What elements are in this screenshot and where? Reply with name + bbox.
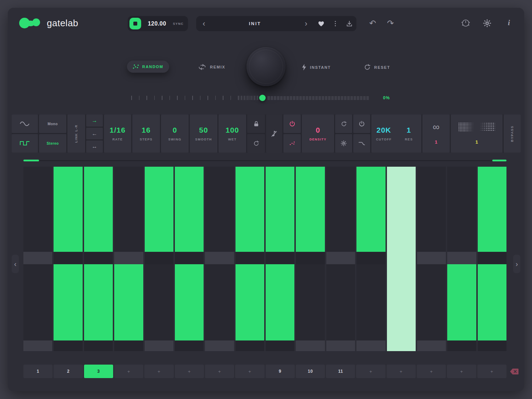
main-gate-knob[interactable] xyxy=(246,47,286,86)
lane1-step-bar[interactable] xyxy=(23,167,52,252)
loop-range-indicator[interactable] xyxy=(23,160,506,161)
pattern-add-slot-7[interactable]: + xyxy=(205,365,234,378)
pattern-slot-9[interactable]: 9 xyxy=(266,365,295,378)
lane1-step-bar[interactable] xyxy=(417,167,446,252)
lane1-step-bar[interactable] xyxy=(356,167,385,252)
lane1-step-bar[interactable] xyxy=(175,167,204,252)
lane2-step-bar[interactable] xyxy=(114,264,143,340)
lane1-step-bar[interactable] xyxy=(296,167,325,252)
pattern-add-slot-6[interactable]: + xyxy=(175,365,204,378)
pattern-add-slot-4[interactable]: + xyxy=(114,365,143,378)
info-button[interactable]: i xyxy=(504,17,514,28)
instant-button[interactable]: INSTANT xyxy=(300,63,333,71)
lane2-step-bar[interactable] xyxy=(266,264,294,340)
lane2-step-bar[interactable] xyxy=(387,264,416,340)
lane1-step-bar[interactable] xyxy=(84,167,113,252)
filter-power-button[interactable] xyxy=(353,115,370,133)
range-start-handle[interactable] xyxy=(23,160,39,161)
preset-prev-button[interactable]: ‹ xyxy=(196,16,212,31)
lane2-step-bar[interactable] xyxy=(205,264,234,340)
smooth-control[interactable]: 50 SMOOTH xyxy=(190,115,217,153)
favorite-button[interactable] xyxy=(314,16,328,31)
step-column-5[interactable] xyxy=(145,167,173,351)
rate-control[interactable]: 1/16 RATE xyxy=(104,115,131,153)
lane2-step-bar[interactable] xyxy=(478,264,506,340)
pattern-slot-1[interactable]: 1 xyxy=(23,365,52,378)
preset-menu-button[interactable] xyxy=(328,16,342,31)
lane2-step-bar[interactable] xyxy=(145,264,173,340)
lane1-step-bar[interactable] xyxy=(54,167,82,252)
bypass-button[interactable]: BYPASS xyxy=(504,115,521,153)
preset-next-button[interactable]: › xyxy=(298,16,314,31)
reset-button[interactable]: RESET xyxy=(362,63,392,71)
steps-control[interactable]: 16 STEPS xyxy=(132,115,160,153)
density-control[interactable]: 0 DENSITY xyxy=(302,115,334,153)
lane2-step-bar[interactable] xyxy=(296,264,325,340)
stereo-button[interactable]: Stereo xyxy=(39,134,66,153)
settings-button[interactable] xyxy=(482,18,492,28)
step-column-12[interactable] xyxy=(356,167,385,351)
redo-button[interactable]: ↷ xyxy=(385,18,396,28)
lane2-step-bar[interactable] xyxy=(326,264,355,340)
filter-slope-button[interactable] xyxy=(353,134,370,153)
step-column-7[interactable] xyxy=(205,167,234,351)
lane1-step-bar[interactable] xyxy=(205,167,234,252)
step-column-6[interactable] xyxy=(175,167,204,351)
relock-button[interactable] xyxy=(247,134,265,153)
lane1-step-bar[interactable] xyxy=(478,167,506,252)
lane2-step-bar[interactable] xyxy=(417,264,446,340)
dither-dense-icon[interactable] xyxy=(458,122,475,132)
step-column-15[interactable] xyxy=(447,167,476,351)
waveform-square-button[interactable] xyxy=(12,134,38,153)
lane1-step-bar[interactable] xyxy=(326,167,355,252)
step-column-4[interactable] xyxy=(114,167,143,351)
lane2-step-bar[interactable] xyxy=(175,264,204,340)
random-button[interactable]: RANDOM xyxy=(127,61,169,73)
shift-left-button[interactable]: ‹ xyxy=(12,255,19,273)
cutoff-control[interactable]: 20K CUTOFF xyxy=(371,126,397,141)
direction-forward-button[interactable]: → xyxy=(86,115,103,127)
step-column-3[interactable] xyxy=(84,167,113,351)
range-end-handle[interactable] xyxy=(492,160,506,161)
waveform-sine-button[interactable] xyxy=(12,115,38,133)
density-power-button[interactable] xyxy=(283,115,301,133)
step-column-16[interactable] xyxy=(478,167,506,351)
step-column-10[interactable] xyxy=(296,167,325,351)
pattern-slot-10[interactable]: 10 xyxy=(296,365,325,378)
slider-handle[interactable] xyxy=(259,95,266,101)
lane1-step-bar[interactable] xyxy=(235,167,264,252)
res-control[interactable]: 1 RES xyxy=(397,126,422,141)
lock-button[interactable] xyxy=(247,115,265,133)
bpm-display[interactable]: 120.00 xyxy=(144,21,170,27)
lane1-step-bar[interactable] xyxy=(114,167,143,252)
pattern-add-slot-16[interactable]: + xyxy=(477,365,506,378)
mute-note-button[interactable] xyxy=(266,115,282,153)
step-column-2[interactable] xyxy=(54,167,82,351)
step-column-11[interactable] xyxy=(326,167,355,351)
lane2-step-bar[interactable] xyxy=(447,264,476,340)
step-column-14[interactable] xyxy=(417,167,446,351)
lane1-step-bar[interactable] xyxy=(145,167,173,252)
lane1-step-bar[interactable] xyxy=(266,167,294,252)
preset-name[interactable]: INIT xyxy=(212,21,298,26)
step-column-13[interactable] xyxy=(387,167,416,351)
pattern-add-slot-14[interactable]: + xyxy=(417,365,446,378)
shift-right-button[interactable]: › xyxy=(513,255,520,273)
undo-button[interactable]: ↶ xyxy=(367,18,378,28)
lane2-step-bar[interactable] xyxy=(23,264,52,340)
stop-button[interactable] xyxy=(129,18,141,29)
remix-button[interactable]: REMIX xyxy=(196,63,227,71)
pattern-slot-3[interactable]: 3 xyxy=(84,365,113,378)
pattern-add-slot-5[interactable]: + xyxy=(144,365,173,378)
step-column-8[interactable] xyxy=(235,167,264,351)
lane2-step-bar[interactable] xyxy=(84,264,113,340)
midi-knob-button[interactable] xyxy=(461,18,471,28)
gate-length-slider[interactable] xyxy=(131,93,369,102)
wet-control[interactable]: 100 WET xyxy=(218,115,246,153)
direction-backward-button[interactable]: ← xyxy=(86,128,103,140)
direction-pingpong-button[interactable]: ↔ xyxy=(86,140,103,153)
lane1-step-bar[interactable] xyxy=(447,167,476,252)
lane2-step-bar[interactable] xyxy=(356,264,385,340)
save-preset-button[interactable] xyxy=(342,16,356,31)
sync-toggle[interactable]: SYNC xyxy=(173,22,184,26)
